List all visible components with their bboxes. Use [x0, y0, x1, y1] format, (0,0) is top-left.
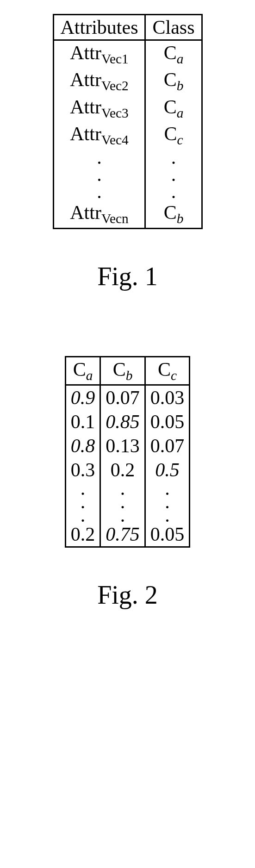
prob-cell: 0.07 — [145, 434, 190, 458]
fig2-header-cc: Cc — [145, 356, 190, 385]
table-row: AttrVecn Cb — [53, 200, 202, 228]
class-cell: Ca — [145, 40, 202, 68]
table-row: 0.2 0.75 0.05 — [65, 522, 190, 547]
table-row: 0.1 0.85 0.05 — [65, 410, 190, 434]
prob-cell: 0.07 — [100, 385, 145, 410]
prob-cell: 0.05 — [145, 410, 190, 434]
prob-cell: 0.8 — [65, 434, 100, 458]
fig2-table: Ca Cb Cc 0.9 0.07 0.03 0.1 0.85 0.05 0.8… — [65, 356, 191, 548]
ellipsis-row: .. — [53, 166, 202, 183]
table-row: AttrVec4 Cc — [53, 122, 202, 149]
table-row: 0.9 0.07 0.03 — [65, 385, 190, 410]
ellipsis-row: .. — [53, 149, 202, 166]
table-row: 0.8 0.13 0.07 — [65, 434, 190, 458]
fig1-header-class: Class — [145, 15, 202, 40]
prob-cell: 0.1 — [65, 410, 100, 434]
table-row: AttrVec2 Cb — [53, 68, 202, 94]
attr-cell: AttrVec1 — [53, 40, 145, 68]
prob-cell: 0.85 — [100, 410, 145, 434]
prob-cell: 0.9 — [65, 385, 100, 410]
attr-cell: AttrVec4 — [53, 122, 145, 149]
prob-cell: 0.05 — [145, 522, 190, 547]
fig2-caption: Fig. 2 — [23, 580, 232, 610]
attr-cell: AttrVec3 — [53, 95, 145, 122]
class-cell: Ca — [145, 95, 202, 122]
fig1-table: Attributes Class AttrVec1 Ca AttrVec2 Cb… — [53, 14, 203, 229]
fig1-header-attributes: Attributes — [53, 15, 145, 40]
table-row: AttrVec3 Ca — [53, 95, 202, 122]
fig2-header-ca: Ca — [65, 356, 100, 385]
attr-cell: AttrVecn — [53, 200, 145, 228]
class-cell: Cb — [145, 68, 202, 94]
class-cell: Cc — [145, 122, 202, 149]
prob-cell: 0.2 — [65, 522, 100, 547]
ellipsis-row: ... — [65, 509, 190, 522]
fig2-header-cb: Cb — [100, 356, 145, 385]
prob-cell: 0.13 — [100, 434, 145, 458]
prob-cell: 0.75 — [100, 522, 145, 547]
table-row: AttrVec1 Ca — [53, 40, 202, 68]
ellipsis-row: .. — [53, 183, 202, 200]
prob-cell: 0.03 — [145, 385, 190, 410]
fig1-caption: Fig. 1 — [23, 262, 232, 291]
attr-cell: AttrVec2 — [53, 68, 145, 94]
class-cell: Cb — [145, 200, 202, 228]
